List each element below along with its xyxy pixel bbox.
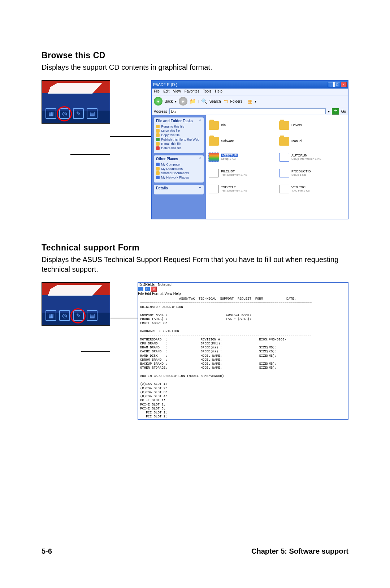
thumb-icon: ◎	[59, 310, 70, 321]
file-label: Drivers	[291, 124, 302, 127]
file-label: Software	[221, 140, 234, 143]
thumb-icon-row: ▦ ◎ ✎ ▤	[46, 310, 98, 321]
section2-figure: ▦ ◎ ✎ ▤ TSDRELE - Notepad _ □ × File Edi…	[42, 282, 348, 423]
sidebar-task-item[interactable]: My Documents	[156, 167, 202, 171]
menu-item[interactable]: Help	[215, 89, 222, 94]
menu-item[interactable]: Favorites	[185, 89, 199, 94]
explorer-file-pane: BinDriversSoftwareManualASSETUPSetup 1 K…	[206, 115, 348, 219]
search-icon[interactable]: 🔍	[201, 98, 207, 104]
asus-logo	[48, 285, 103, 296]
sidebar-task-item[interactable]: Delete this file	[156, 146, 202, 150]
minimize-button[interactable]: _	[138, 287, 144, 292]
notepad-menubar: File Edit Format View Help	[138, 292, 348, 296]
address-input[interactable]	[169, 108, 326, 114]
explorer-window: P5AD2-E (D:) _ □ × File Edit View Favori…	[151, 80, 348, 219]
section1-heading: Browse this CD	[42, 51, 348, 60]
explorer-titlebar: P5AD2-E (D:) _ □ ×	[152, 81, 348, 89]
file-item[interactable]: FILELISTText Document 1 KB	[209, 166, 275, 180]
thumb-icon: ◎	[59, 108, 70, 119]
menu-item[interactable]: Format	[152, 292, 164, 296]
thumb-icon: ✎	[73, 310, 84, 321]
notepad-titlebar: TSDRELE - Notepad _ □ ×	[138, 283, 348, 292]
file-item[interactable]: VER.TXCTXC File 1 KB	[279, 182, 345, 196]
connector-line	[70, 154, 110, 155]
explorer-toolbar: ◄ Back ▾ ► 📁 | 🔍 Search 🗀 Folders | ▦▾	[152, 95, 348, 107]
maximize-button[interactable]: □	[334, 82, 340, 87]
file-item[interactable]: ASSETUPSetup 1 KB	[209, 150, 275, 164]
notepad-content[interactable]: ASUS/TeK TECHNICAL SUPPORT REQUEST FORM …	[138, 296, 348, 419]
close-button[interactable]: ×	[151, 287, 157, 292]
minimize-button[interactable]: _	[328, 82, 334, 87]
notepad-window: TSDRELE - Notepad _ □ × File Edit Format…	[138, 282, 348, 420]
file-label: VER.TXCTXC File 1 KB	[291, 186, 310, 193]
maximize-button[interactable]: □	[144, 287, 150, 292]
sidebar-task-item[interactable]: Shared Documents	[156, 171, 202, 175]
sidebar-panel: Other Places⌃My ComputerMy DocumentsShar…	[154, 155, 204, 183]
folders-icon[interactable]: 🗀	[223, 98, 228, 104]
sidebar-task-item[interactable]: Move this file	[156, 129, 202, 133]
menu-item[interactable]: View	[173, 89, 181, 94]
sidebar-panel-title[interactable]: Other Places⌃	[156, 157, 202, 161]
txt-icon	[279, 185, 289, 193]
menu-item[interactable]: Edit	[145, 292, 151, 296]
file-item[interactable]: Software	[209, 134, 275, 149]
sidebar-task-item[interactable]: My Computer	[156, 162, 202, 167]
asus-logo	[48, 83, 103, 94]
search-label: Search	[209, 99, 221, 103]
file-item[interactable]: Manual	[279, 134, 345, 149]
file-label: ASSETUPSetup 1 KB	[221, 154, 238, 161]
thumb-icon: ▤	[87, 108, 98, 119]
explorer-title: P5AD2-E (D:)	[153, 82, 177, 87]
file-item[interactable]: Drivers	[279, 118, 345, 133]
address-label: Address	[154, 110, 167, 113]
close-button[interactable]: ×	[341, 82, 347, 87]
exe-icon	[209, 153, 219, 162]
folder-icon	[279, 121, 289, 130]
ini-icon	[279, 153, 289, 162]
forward-button[interactable]: ►	[179, 97, 187, 106]
file-item[interactable]: TSDRELEText Document 1 KB	[209, 182, 275, 196]
file-item[interactable]: PRODUCTIDSetup 1 KB	[279, 166, 345, 180]
views-icon[interactable]: ▦	[248, 98, 252, 104]
file-label: Bin	[221, 124, 226, 127]
thumb-icon: ✎	[73, 108, 84, 119]
txt-icon	[209, 169, 219, 177]
thumb-icon: ▤	[87, 310, 98, 321]
explorer-menubar: File Edit View Favorites Tools Help	[152, 89, 348, 95]
explorer-addressbar: Address ▾ ➔ Go	[152, 107, 348, 115]
sidebar-task-item[interactable]: Copy this file	[156, 133, 202, 137]
menu-item[interactable]: File	[154, 89, 160, 94]
menu-item[interactable]: Tools	[203, 89, 211, 94]
file-label: Manual	[291, 140, 302, 143]
txt-icon	[209, 185, 219, 193]
go-button[interactable]: ➔	[332, 108, 339, 115]
menu-item[interactable]: Help	[173, 292, 181, 296]
sidebar-task-item[interactable]: E-mail this file	[156, 142, 202, 146]
sidebar-panel-title[interactable]: File and Folder Tasks⌃	[156, 119, 202, 123]
connector-line	[110, 318, 138, 318]
menu-item[interactable]: File	[138, 292, 144, 296]
section1-text: Displays the support CD contents in grap…	[42, 63, 348, 72]
menu-item[interactable]: View	[164, 292, 172, 296]
file-item[interactable]: Bin	[209, 118, 275, 133]
thumb-icon: ▦	[46, 310, 56, 321]
up-icon[interactable]: 📁	[190, 98, 196, 104]
chapter-label: Chapter 5: Software support	[251, 547, 348, 555]
sidebar-panel-title[interactable]: Details⌃	[156, 186, 202, 190]
sidebar-task-item[interactable]: My Network Places	[156, 175, 202, 180]
back-button[interactable]: ◄	[154, 97, 162, 106]
sidebar-task-item[interactable]: Rename this file	[156, 124, 202, 129]
section1-figure: ▦ ◎ ✎ ▤ P5AD2-E (D:) _ □ × File Edit Vie…	[42, 80, 348, 221]
file-item[interactable]: AUTORUNSetup Information 1 KB	[279, 150, 345, 164]
page-footer: 5-6 Chapter 5: Software support	[42, 547, 348, 555]
back-label: Back	[165, 99, 173, 103]
page-number: 5-6	[42, 547, 52, 555]
asus-menu-thumb: ▦ ◎ ✎ ▤	[42, 282, 110, 326]
folder-icon	[209, 137, 219, 146]
sidebar-task-item[interactable]: Publish this file to the Web	[156, 137, 202, 142]
section2-heading: Technical support Form	[42, 243, 348, 253]
menu-item[interactable]: Edit	[163, 89, 169, 94]
file-label: TSDRELEText Document 1 KB	[221, 186, 247, 193]
ini-icon	[279, 169, 289, 177]
connector-line	[81, 351, 110, 352]
